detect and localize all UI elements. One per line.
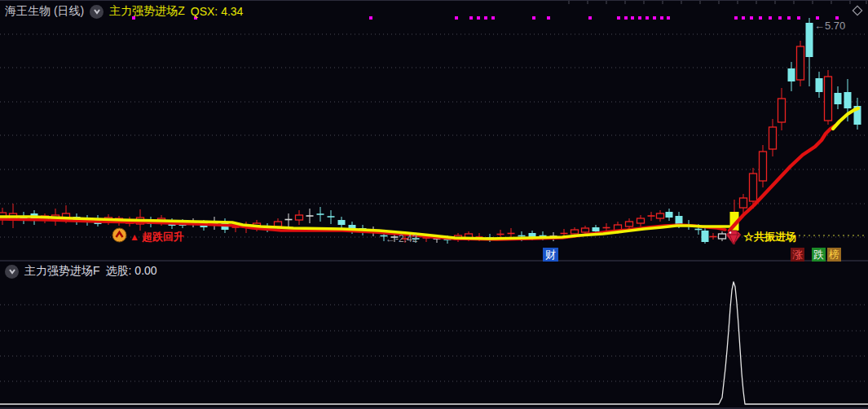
gem-icon: [725, 229, 742, 248]
finance-badge[interactable]: 财: [543, 248, 558, 262]
up-triangle-icon: ▲: [130, 231, 139, 243]
sub-indicator-name[interactable]: 主力强势进场F: [24, 264, 100, 279]
rank-badge[interactable]: 榜: [827, 248, 841, 262]
stock-title: 海王生物 (日线): [5, 4, 84, 19]
indicator-qsx-value: QSX: 4.34: [191, 5, 244, 18]
indicator-name[interactable]: 主力强势进场Z: [109, 4, 185, 19]
losers-badge[interactable]: 跌: [812, 248, 826, 262]
sub-indicator-value: 选股: 0.00: [106, 264, 157, 279]
chevron-down-icon[interactable]: [90, 5, 104, 19]
sub-line: [0, 282, 868, 404]
oversold-rebound-label: 超跌回升: [142, 230, 184, 244]
main-chart-canvas[interactable]: [0, 0, 868, 409]
gridlines: [0, 34, 868, 381]
oversold-rebound-signal: ▲ 超跌回升: [112, 227, 184, 246]
ma-lines: [0, 108, 858, 240]
main-panel-header: 海王生物 (日线) 主力强势进场Z QSX: 4.34: [5, 4, 243, 19]
gainers-badge[interactable]: 涨: [791, 248, 804, 262]
gold-circle-arrow-icon: [112, 227, 127, 246]
low-point-label: ←-2.42: [386, 233, 417, 244]
sub-panel-header: 主力强势进场F 选股: 0.00: [5, 264, 157, 279]
rank-badges: 涨 跌 榜: [791, 248, 841, 262]
resonance-entry-label: ☆共振进场: [743, 230, 796, 244]
resonance-entry-signal: ☆共振进场: [725, 229, 796, 248]
high-point-label: ←5.70: [814, 20, 845, 32]
panel-borders: [0, 1, 868, 409]
tdx-chart-window: 海王生物 (日线) 主力强势进场Z QSX: 4.34 ▲ 超跌回升 ←-2.4…: [0, 0, 868, 409]
diamond-icon[interactable]: [850, 3, 865, 21]
chevron-down-icon[interactable]: [5, 265, 19, 279]
candles: [0, 18, 861, 244]
